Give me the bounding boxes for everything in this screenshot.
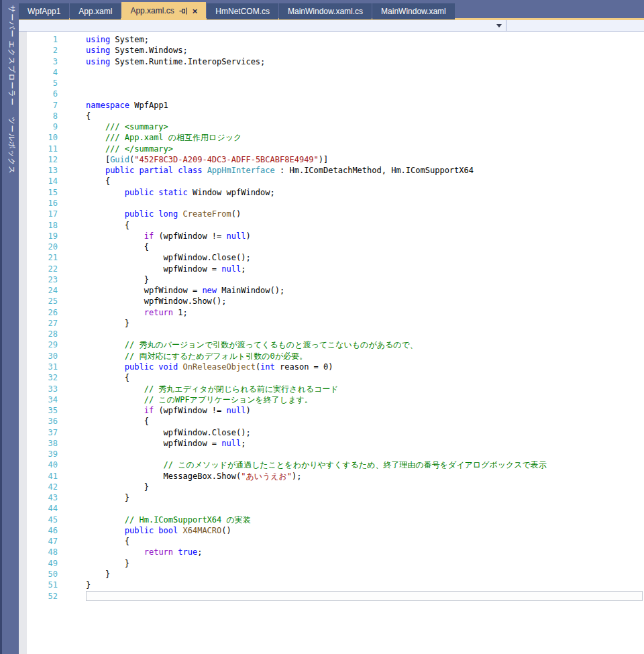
code-line[interactable]: 51} — [19, 580, 644, 590]
code-lines: 1using System;2using System.Windows;3usi… — [19, 34, 644, 602]
code-line[interactable]: 14 { — [19, 176, 644, 186]
type-member-dropdown[interactable] — [19, 20, 506, 31]
line-number: 12 — [19, 154, 58, 165]
code-line[interactable]: 40 // このメソッドが通過したことをわかりやすくするため、終了理由の番号をダ… — [19, 459, 644, 470]
code-line[interactable]: 8{ — [19, 111, 644, 121]
line-number: 2 — [19, 45, 58, 56]
code-line[interactable]: 38 wpfWindow = null; — [19, 438, 644, 449]
sidebar-item-server-explorer[interactable]: サーバー エクスプローラー — [7, 5, 17, 106]
code-line[interactable]: 47 { — [19, 536, 644, 547]
code-line[interactable]: 23 } — [19, 274, 644, 285]
code-text: MessageBox.Show("あいうえお"); — [86, 471, 302, 482]
tab-mainwindow-xaml-cs[interactable]: MainWindow.xaml.cs — [279, 3, 372, 19]
line-number: 4 — [19, 67, 58, 78]
code-text: public static Window wpfWindow; — [86, 187, 275, 198]
code-line[interactable]: 19 if (wpfWindow != null) — [19, 231, 644, 241]
code-line[interactable]: 34 // このWPFアプリケーションを終了します。 — [19, 394, 644, 405]
code-line[interactable]: 52 — [19, 591, 644, 602]
code-text: wpfWindow.Show(); — [86, 296, 227, 307]
code-line[interactable]: 11 /// </summary> — [19, 144, 644, 154]
code-line[interactable]: 36 { — [19, 416, 644, 427]
code-line[interactable]: 2using System.Windows; — [19, 45, 644, 56]
code-line[interactable]: 9 /// <summary> — [19, 121, 644, 132]
code-line[interactable]: 30 // 両対応にするためデフォルト引数の0が必要。 — [19, 351, 644, 362]
line-number: 21 — [19, 252, 58, 263]
code-text: } — [86, 318, 129, 329]
code-line[interactable]: 39 — [19, 449, 644, 459]
line-number: 3 — [19, 56, 58, 67]
code-line[interactable]: 24 wpfWindow = new MainWindow(); — [19, 285, 644, 296]
line-number: 13 — [19, 165, 58, 176]
code-text: // このWPFアプリケーションを終了します。 — [86, 394, 313, 405]
code-line[interactable]: 25 wpfWindow.Show(); — [19, 296, 644, 307]
code-line[interactable]: 27 } — [19, 318, 644, 329]
sidebar-item-toolbox[interactable]: ツールボックス — [7, 117, 17, 174]
code-line[interactable]: 1using System; — [19, 34, 644, 45]
code-line[interactable]: 16 — [19, 198, 644, 209]
line-number: 26 — [19, 307, 58, 318]
code-line[interactable]: 13 public partial class AppHmInterface :… — [19, 165, 644, 176]
code-line[interactable]: 35 if (wpfWindow != null) — [19, 405, 644, 416]
code-line[interactable]: 29 // 秀丸のバージョンで引数が渡ってくるものと渡ってこないものがあるので、 — [19, 339, 644, 350]
tab-mainwindow-xaml[interactable]: MainWindow.xaml — [372, 3, 455, 19]
line-number: 8 — [19, 111, 58, 121]
code-line[interactable]: 5 — [19, 78, 644, 89]
code-line[interactable]: 48 return true; — [19, 547, 644, 557]
line-number: 48 — [19, 547, 58, 557]
code-line[interactable]: 49 } — [19, 558, 644, 569]
code-line[interactable]: 15 public static Window wpfWindow; — [19, 187, 644, 198]
code-line[interactable]: 4 — [19, 67, 644, 78]
code-line[interactable]: 10 /// App.xaml の相互作用ロジック — [19, 132, 644, 143]
code-line[interactable]: 37 wpfWindow.Close(); — [19, 427, 644, 438]
tab-app-xaml[interactable]: App.xaml — [70, 3, 121, 19]
code-text: public long CreateFrom() — [86, 209, 241, 219]
document-tab-bar: WpfApp1App.xamlApp.xaml.cs×HmNetCOM.csMa… — [19, 0, 644, 19]
tab-wpfapp1[interactable]: WpfApp1 — [19, 3, 69, 19]
code-line[interactable]: 45 // Hm.IComSupportX64 の実装 — [19, 514, 644, 525]
code-line[interactable]: 3using System.Runtime.InteropServices; — [19, 56, 644, 67]
code-line[interactable]: 21 wpfWindow.Close(); — [19, 252, 644, 263]
line-number: 42 — [19, 482, 58, 492]
code-line[interactable]: 12 [Guid("452F8C3D-A209-4DC3-ADFF-5BCABF… — [19, 154, 644, 165]
code-text: { — [86, 372, 129, 383]
code-line[interactable]: 17 public long CreateFrom() — [19, 209, 644, 219]
close-icon[interactable]: × — [193, 7, 198, 15]
line-number: 1 — [19, 34, 58, 45]
pin-icon[interactable] — [179, 7, 188, 15]
line-number: 49 — [19, 558, 58, 569]
code-editor[interactable]: 1using System;2using System.Windows;3usi… — [19, 32, 644, 654]
code-text: // 秀丸のバージョンで引数が渡ってくるものと渡ってこないものがあるので、 — [86, 339, 418, 350]
code-line[interactable]: 32 { — [19, 372, 644, 383]
code-line[interactable]: 26 return 1; — [19, 307, 644, 318]
code-text: using System; — [86, 34, 149, 45]
line-number: 39 — [19, 449, 58, 459]
code-text: // 両対応にするためデフォルト引数の0が必要。 — [86, 351, 307, 362]
code-text: using System.Windows; — [86, 45, 188, 56]
code-line[interactable]: 22 wpfWindow = null; — [19, 264, 644, 274]
code-line[interactable]: 46 public bool X64MACRO() — [19, 525, 644, 536]
code-text: { — [86, 176, 110, 186]
code-line[interactable]: 33 // 秀丸エディタが閉じられる前に実行されるコード — [19, 384, 644, 394]
code-line[interactable]: 41 MessageBox.Show("あいうえお"); — [19, 471, 644, 482]
code-text: namespace WpfApp1 — [86, 100, 168, 111]
code-line[interactable]: 7namespace WpfApp1 — [19, 100, 644, 111]
code-line[interactable]: 44 — [19, 503, 644, 514]
code-text: } — [86, 482, 149, 492]
code-line[interactable]: 43 } — [19, 492, 644, 503]
tab-hmnetcom-cs[interactable]: HmNetCOM.cs — [207, 3, 278, 19]
code-line[interactable]: 18 { — [19, 220, 644, 231]
code-line[interactable]: 28 — [19, 329, 644, 339]
tab-label: HmNetCOM.cs — [215, 7, 270, 16]
line-number: 6 — [19, 89, 58, 99]
code-text: } — [86, 274, 149, 285]
code-line[interactable]: 20 { — [19, 241, 644, 252]
code-text: public partial class AppHmInterface : Hm… — [86, 165, 474, 176]
chevron-down-icon — [496, 24, 502, 28]
code-line[interactable]: 31 public void OnReleaseObject(int reaso… — [19, 362, 644, 372]
code-line[interactable]: 42 } — [19, 482, 644, 492]
tab-app-xaml-cs[interactable]: App.xaml.cs× — [121, 2, 206, 19]
line-number: 23 — [19, 274, 58, 285]
code-line[interactable]: 6 — [19, 89, 644, 99]
line-number: 22 — [19, 264, 58, 274]
code-line[interactable]: 50 } — [19, 569, 644, 580]
